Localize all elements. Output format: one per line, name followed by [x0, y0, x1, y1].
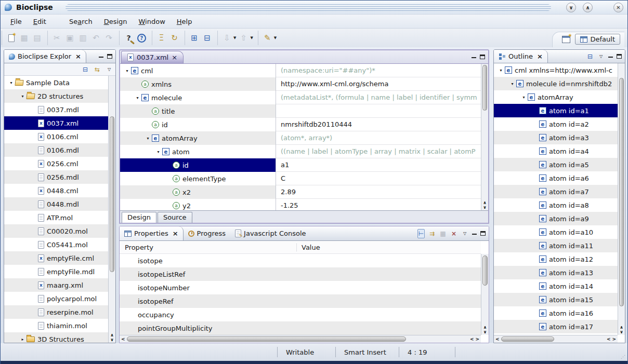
tree-item[interactable]: eatom id=a1	[494, 104, 618, 117]
copy-icon[interactable]: ▣	[63, 32, 76, 45]
xml-node-row[interactable]: aidnmrshiftdb20110444	[120, 118, 481, 131]
tree-item[interactable]: eatom id=a13	[494, 266, 618, 279]
tree-item[interactable]: x0448.cml	[4, 184, 108, 197]
xml-node-row[interactable]: atitle	[120, 104, 481, 118]
properties-hscrollbar[interactable]: < < >	[120, 335, 481, 343]
view-menu-icon[interactable]: ▽	[461, 229, 468, 238]
tree-item[interactable]: C05441.mol	[4, 238, 108, 251]
expanded-arrow-icon[interactable]: ▾	[520, 95, 528, 100]
next-annotation-icon[interactable]: ⇩	[220, 32, 233, 45]
scroll-right-icon[interactable]: >	[475, 336, 479, 342]
tab-0037-xml[interactable]: x 0037.xml ×	[121, 51, 184, 63]
tree-item[interactable]: eatom id=a17	[494, 320, 618, 333]
xml-node-row[interactable]: ax22.89	[120, 185, 481, 199]
property-row[interactable]: isotopeListRef	[120, 267, 481, 281]
help-icon[interactable]: ?	[135, 32, 148, 45]
explorer-vscrollbar[interactable]: ∧∨	[108, 76, 115, 343]
xml-node-value-cell[interactable]: (metadataList*, (formula | name | label …	[276, 91, 481, 104]
scrollbar-thumb[interactable]	[110, 116, 114, 272]
tree-item[interactable]: x0256.cml	[4, 157, 108, 170]
collapse-all-icon[interactable]: ⊟	[82, 65, 89, 74]
xml-node-row[interactable]: ▾eatomArray(atom*, array*)	[120, 131, 481, 145]
expanded-arrow-icon[interactable]: ▾	[19, 94, 27, 99]
redo-icon[interactable]: ↷	[102, 32, 115, 45]
tree-item[interactable]: 0448.mdl	[4, 197, 108, 211]
property-row[interactable]: occupancy	[120, 308, 481, 321]
tree-item[interactable]: eatom id=a16	[494, 306, 618, 320]
tree-item[interactable]: ▸3D Structures	[4, 332, 108, 343]
tree-item[interactable]: ▾eatomArray	[494, 90, 618, 104]
reload-dependencies-icon[interactable]: ↻	[168, 32, 181, 45]
expanded-arrow-icon[interactable]: ▾	[134, 96, 141, 100]
tree-item[interactable]: reserpine.mol	[4, 305, 108, 319]
view-menu-icon[interactable]: ▽	[597, 52, 605, 61]
menu-search[interactable]: Search	[63, 16, 98, 27]
xml-node-row[interactable]: axmlnshttp://www.xml-cml.org/schema	[120, 77, 481, 91]
xml-node-value-cell[interactable]: (namespace:uri="##any")*	[276, 64, 481, 77]
shade-button[interactable]: ∨	[566, 3, 576, 12]
default-perspective-button[interactable]: Default	[575, 34, 621, 45]
minimize-view-icon[interactable]	[99, 53, 103, 58]
scroll-left-icon[interactable]: <	[470, 336, 474, 342]
tree-item[interactable]: x0037.xml	[4, 116, 108, 130]
previous-annotation-icon[interactable]: ⇧	[237, 32, 250, 45]
xml-node-row[interactable]: aelementTypeC	[120, 172, 481, 185]
tree-item[interactable]: eatom id=a10	[494, 225, 618, 239]
tree-item[interactable]: eatom id=a4	[494, 144, 618, 158]
tab-design[interactable]: Design	[122, 212, 156, 223]
expanded-arrow-icon[interactable]: ▾	[508, 82, 516, 86]
scroll-left-icon[interactable]: <	[495, 336, 500, 342]
properties-vscrollbar[interactable]: ∧∨	[481, 254, 489, 335]
property-row[interactable]: isotope	[120, 254, 481, 267]
expand-all-icon[interactable]: ⊞	[188, 32, 201, 45]
close-icon[interactable]: ×	[537, 52, 543, 60]
print-icon[interactable]: ▤	[31, 32, 44, 45]
minimize-view-icon[interactable]	[472, 54, 476, 58]
resize-grip[interactable]: ⋰	[621, 354, 626, 359]
open-perspective-icon[interactable]: ★	[562, 36, 570, 43]
tree-item[interactable]: xmaarg.xml	[4, 278, 108, 292]
xml-node-value-cell[interactable]	[276, 104, 481, 118]
menu-file[interactable]: File	[5, 16, 28, 27]
scrollbar-thumb[interactable]	[482, 65, 487, 111]
xml-catalog-icon[interactable]: Ξ	[155, 32, 168, 45]
xml-node-name-cell[interactable]: axmlns	[120, 77, 276, 91]
maximize-view-icon[interactable]	[480, 55, 485, 59]
tree-item[interactable]: xemptyFile.cml	[4, 251, 108, 265]
tab-properties[interactable]: Properties×	[120, 226, 184, 240]
minimize-view-icon[interactable]	[472, 231, 477, 235]
tab-bioclipse-explorer[interactable]: Bioclipse Explor ×	[4, 50, 86, 63]
menu-design[interactable]: Design	[98, 16, 133, 27]
search-icon[interactable]: ?	[122, 32, 135, 45]
collapse-all-icon[interactable]: ⊟	[201, 32, 214, 45]
view-menu-icon[interactable]: ▽	[106, 65, 113, 74]
close-icon[interactable]: ×	[173, 230, 178, 237]
tree-item[interactable]: C00020.mol	[4, 224, 108, 238]
external-tools-icon[interactable]: ✎	[261, 32, 274, 45]
xml-node-value-cell[interactable]: nmrshiftdb20110444	[276, 118, 481, 131]
xml-node-name-cell[interactable]: ax2	[120, 185, 276, 199]
outline-vscrollbar[interactable]: ∧∨	[618, 63, 625, 335]
xml-node-value-cell[interactable]: C	[276, 172, 481, 185]
xml-node-row[interactable]: ▾ecml(namespace:uri="##any")*	[120, 64, 481, 77]
xml-node-row[interactable]: ▾eatom((name | label | atomType | array …	[120, 145, 481, 158]
tree-item[interactable]: ATP.mol	[4, 211, 108, 224]
tree-item[interactable]: ▾2D structures	[4, 89, 108, 103]
xml-node-name-cell[interactable]: ▾eatom	[120, 145, 276, 158]
xml-node-name-cell[interactable]: ▾ecml	[120, 64, 276, 77]
expanded-arrow-icon[interactable]: ▾	[144, 136, 152, 141]
expanded-arrow-icon[interactable]: ▾	[123, 69, 131, 73]
scroll-right-icon[interactable]: >	[612, 336, 616, 342]
scrollbar-thumb[interactable]	[501, 336, 554, 342]
menu-help[interactable]: Help	[171, 16, 198, 27]
xml-node-value-cell[interactable]: a1	[276, 158, 481, 172]
tree-item[interactable]: polycarpol.mol	[4, 292, 108, 305]
expanded-arrow-icon[interactable]: ▾	[497, 68, 505, 73]
xml-node-name-cell[interactable]: ay2	[120, 199, 276, 210]
maximize-view-icon[interactable]	[480, 231, 486, 236]
tree-item[interactable]: eatom id=a6	[494, 171, 618, 185]
xml-node-row[interactable]: ▾emolecule(metadataList*, (formula | nam…	[120, 91, 481, 104]
expanded-arrow-icon[interactable]: ▾	[7, 80, 15, 85]
menu-edit[interactable]: Edit	[28, 16, 52, 27]
menu-window[interactable]: Window	[133, 16, 171, 27]
